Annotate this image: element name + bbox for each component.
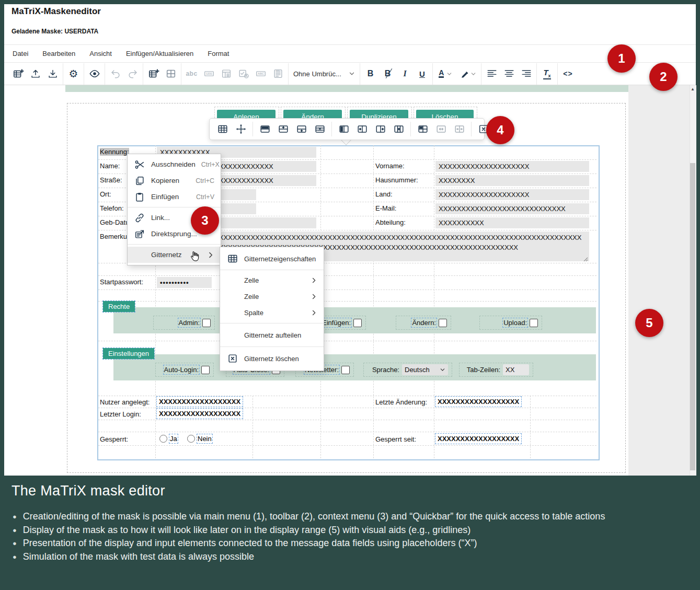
shortcut-label: Ctrl+V	[196, 193, 214, 201]
sprache-select[interactable]: Deutsch	[402, 364, 448, 375]
number-field-icon[interactable]: 1231	[200, 66, 217, 82]
menu-divider	[220, 270, 324, 270]
abteilung-label: Abteilung:	[375, 218, 406, 226]
download-mask-icon[interactable]	[44, 66, 61, 82]
list-field-icon[interactable]: ABC	[269, 66, 286, 82]
startpasswort-label: Startpasswort:	[100, 278, 143, 286]
context-menu-item-gitternetz[interactable]: Gitternetz	[128, 247, 221, 263]
submenu-item-zeile[interactable]: Zeile	[220, 288, 324, 305]
align-right-icon[interactable]	[518, 66, 535, 82]
caption-bullets: ●Creation/editing of the mask is possibl…	[13, 510, 629, 563]
italic-icon[interactable]: I	[396, 66, 414, 82]
menu-einfuegen-aktualisieren[interactable]: Einfügen/Aktualisieren	[126, 50, 193, 57]
table-properties-icon[interactable]	[162, 66, 179, 82]
paragraph-style-select[interactable]: Ohne Umbrüc...	[290, 66, 358, 81]
menu-format[interactable]: Format	[208, 50, 229, 57]
vorname-field[interactable]: XXXXXXXXXXXXXXXXXXXX	[435, 161, 589, 172]
move-table-icon[interactable]	[233, 121, 249, 137]
column-header-icon[interactable]	[336, 121, 352, 137]
insert-table-icon[interactable]	[145, 66, 162, 82]
svg-text:ABC: ABC	[276, 70, 280, 72]
delete-column-icon[interactable]	[391, 121, 407, 137]
redo-icon[interactable]	[124, 66, 141, 82]
insert-row-above-icon[interactable]	[275, 121, 291, 137]
submenu-item-aufteilen[interactable]: Gitternetz aufteilen	[220, 326, 324, 344]
quickbar-divider	[253, 122, 253, 136]
land-field[interactable]: XXXXXXXXXXXXXXXXXXXX	[435, 189, 589, 200]
menu-ansicht[interactable]: Ansicht	[89, 50, 112, 57]
upload-checkbox[interactable]	[530, 319, 538, 327]
undo-icon[interactable]	[107, 66, 124, 82]
context-menu-item-einfuegen[interactable]: Einfügen Ctrl+V	[128, 189, 221, 205]
resize-handle-icon[interactable]	[583, 255, 588, 260]
bold-icon[interactable]: B	[362, 66, 379, 82]
source-code-icon[interactable]: <>	[559, 66, 577, 82]
submenu-item-zelle[interactable]: Zelle	[220, 272, 324, 288]
startpasswort-field[interactable]: ••••••••••	[157, 277, 212, 288]
email-field[interactable]: XXXXXXXXXXXXXXXXXXXXXXXXXXXX	[435, 203, 589, 214]
annotation-5: 5	[635, 309, 663, 337]
grid-line	[253, 396, 253, 458]
calc-field-icon[interactable]	[217, 66, 235, 82]
abteilung-field[interactable]: XXXXXXXXXX	[435, 217, 589, 228]
settings-gear-icon[interactable]: ⚙	[65, 66, 82, 82]
einfuegen-checkbox[interactable]	[353, 319, 362, 327]
insert-column-before-icon[interactable]	[354, 121, 370, 137]
delete-row-icon[interactable]	[312, 121, 328, 137]
context-menu-item-ausschneiden[interactable]: Ausschneiden Ctrl+X	[128, 156, 221, 172]
new-mask-icon[interactable]	[9, 66, 27, 82]
svg-text:1231: 1231	[205, 72, 212, 75]
font-color-icon[interactable]: A	[434, 66, 456, 82]
highlight-color-icon[interactable]	[456, 66, 479, 82]
cell-properties-icon[interactable]	[415, 121, 431, 137]
label-field-icon[interactable]: ABC	[252, 66, 269, 82]
grid-line	[434, 145, 434, 458]
canvas-side-panel	[628, 85, 696, 476]
insert-column-after-icon[interactable]	[372, 121, 388, 137]
land-label: Land:	[375, 190, 393, 198]
hausnummer-field[interactable]: XXXXXXXX	[435, 175, 589, 186]
menu-bearbeiten[interactable]: Bearbeiten	[42, 50, 75, 57]
scrollbar-thumb[interactable]	[690, 163, 695, 470]
preview-eye-icon[interactable]	[86, 66, 103, 82]
caption-bullet: ●Display of the mask as to how it will l…	[13, 524, 629, 537]
quickbar-divider	[471, 122, 472, 136]
bold-off-icon[interactable]: B	[379, 66, 396, 82]
copy-icon	[134, 175, 145, 187]
split-cell-icon[interactable]	[451, 121, 467, 137]
align-center-icon[interactable]	[500, 66, 518, 82]
submenu-item-loeschen[interactable]: Gitternetz löschen	[220, 349, 324, 368]
insert-row-below-icon[interactable]	[293, 121, 309, 137]
menu-datei[interactable]: Datei	[13, 50, 28, 57]
tab-zeilen-field[interactable]: XX	[503, 364, 529, 375]
context-menu-item-kopieren[interactable]: Kopieren Ctrl+C	[128, 172, 221, 189]
auto-login-checkbox[interactable]	[201, 366, 210, 374]
rechte-section-badge[interactable]: Rechte	[103, 301, 135, 312]
submenu-item-spalte[interactable]: Spalte	[220, 305, 324, 321]
merge-cells-icon[interactable]	[433, 121, 449, 137]
text-field-icon[interactable]: abc	[183, 66, 200, 82]
toolbar-divider	[557, 63, 558, 85]
aendern-checkbox[interactable]	[439, 319, 447, 327]
newsletter-checkbox[interactable]	[341, 366, 350, 374]
admin-checkbox[interactable]	[202, 319, 211, 327]
upload-mask-icon[interactable]	[27, 66, 44, 82]
gesperrt-nein-radio[interactable]	[187, 435, 195, 443]
table-properties-icon[interactable]	[214, 121, 231, 137]
date-field-icon[interactable]	[235, 66, 252, 82]
aendern-cell: Ändern:	[396, 316, 451, 330]
letzter-login-value: XXXXXXXXXXXXXXXXXX	[157, 409, 243, 419]
toolbar-divider	[143, 63, 143, 85]
toolbar-divider	[360, 63, 360, 85]
einstellungen-section-badge[interactable]: Einstellungen	[103, 348, 154, 359]
align-left-icon[interactable]	[483, 66, 500, 82]
caption-bullet: ●Presentation of the display and input e…	[13, 537, 629, 550]
row-header-icon[interactable]	[257, 121, 273, 137]
upload-cell: Upload:	[479, 316, 542, 330]
loaded-mask-label: Geladene Maske: USERDATA	[12, 28, 98, 35]
gesperrt-ja-radio[interactable]	[159, 435, 167, 443]
underline-icon[interactable]: U	[414, 66, 431, 82]
submenu-item-eigenschaften[interactable]: Gitternetzeigenschaften	[220, 250, 324, 268]
scroll-up-arrow-icon[interactable]: ▲	[690, 86, 695, 92]
clear-formatting-icon[interactable]: Tx	[538, 66, 556, 82]
